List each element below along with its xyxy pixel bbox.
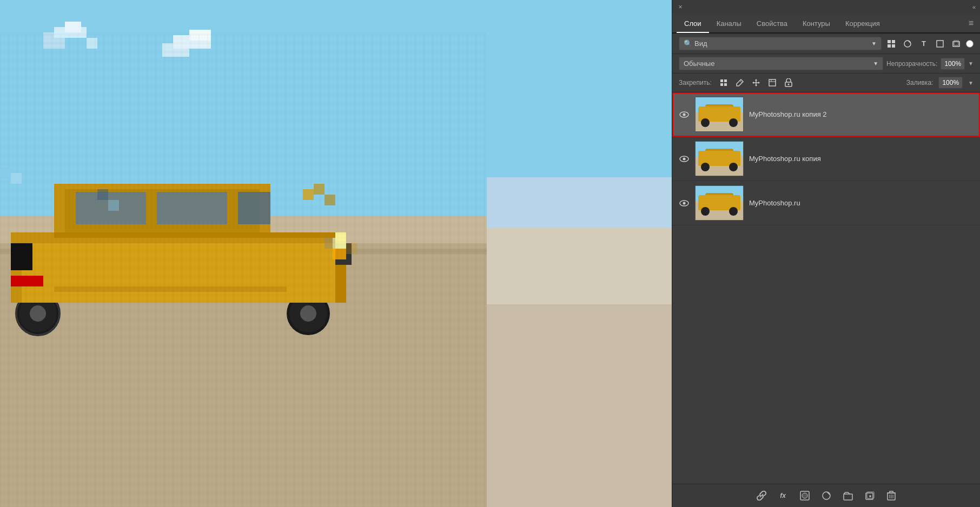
svg-rect-34 bbox=[0, 32, 487, 507]
view-dropdown[interactable]: 🔍 Вид ▼ bbox=[679, 37, 882, 50]
pixelated-car-image bbox=[0, 0, 487, 507]
canvas-area bbox=[0, 0, 672, 507]
blend-opacity-row: Обычные ▼ Непрозрачность: 100% ▼ bbox=[672, 54, 980, 74]
layer-item-copy2[interactable]: MyPhotoshop.ru копия 2 bbox=[672, 92, 980, 137]
layer-item-copy1[interactable]: MyPhotoshop.ru копия bbox=[672, 137, 980, 181]
svg-rect-39 bbox=[97, 189, 108, 200]
tab-properties[interactable]: Свойства bbox=[749, 15, 795, 32]
svg-rect-41 bbox=[0, 168, 11, 178]
layer-visibility-copy2[interactable] bbox=[679, 109, 690, 120]
layer-visibility-original[interactable] bbox=[679, 198, 690, 209]
svg-rect-44 bbox=[346, 243, 357, 254]
layer-visibility-copy1[interactable] bbox=[679, 154, 690, 164]
svg-point-64 bbox=[683, 113, 686, 116]
layer-name-copy2: MyPhotoshop.ru копия 2 bbox=[749, 110, 974, 118]
svg-line-57 bbox=[740, 81, 742, 83]
fill-dropdown-arrow[interactable]: ▼ bbox=[968, 80, 974, 86]
svg-rect-53 bbox=[720, 79, 723, 82]
svg-rect-38 bbox=[325, 195, 335, 205]
filter-smart-icon[interactable] bbox=[950, 37, 963, 50]
svg-point-66 bbox=[683, 157, 686, 160]
svg-rect-55 bbox=[720, 83, 723, 86]
layer-thumb-original bbox=[695, 185, 744, 221]
opacity-value[interactable]: 100% bbox=[941, 58, 965, 70]
svg-point-62 bbox=[787, 84, 789, 85]
blend-mode-dropdown[interactable]: Обычные ▼ bbox=[679, 57, 883, 70]
lock-icons-group bbox=[717, 76, 795, 89]
svg-rect-73 bbox=[844, 494, 852, 500]
lock-pixels-icon[interactable] bbox=[717, 76, 730, 89]
layers-panel: × « Слои Каналы Свойства Контуры Коррекц… bbox=[672, 0, 980, 507]
svg-rect-36 bbox=[303, 189, 314, 200]
link-layers-button[interactable] bbox=[756, 490, 767, 502]
new-group-button[interactable] bbox=[842, 490, 854, 502]
svg-point-68 bbox=[683, 202, 686, 204]
svg-rect-58 bbox=[769, 79, 776, 86]
svg-rect-54 bbox=[724, 79, 727, 82]
blend-mode-value: Обычные bbox=[684, 59, 714, 68]
lock-row: Закрепить: bbox=[672, 74, 980, 92]
panel-close-row: × « bbox=[672, 0, 980, 14]
svg-rect-45 bbox=[888, 40, 891, 43]
tabs-row: Слои Каналы Свойства Контуры Коррекция ≡ bbox=[672, 14, 980, 34]
blend-mode-arrow: ▼ bbox=[873, 61, 878, 66]
svg-point-71 bbox=[802, 493, 807, 498]
svg-rect-3 bbox=[65, 22, 81, 32]
panel-close-button[interactable]: × bbox=[677, 3, 684, 11]
filter-shape-icon[interactable] bbox=[933, 37, 946, 50]
add-mask-button[interactable] bbox=[799, 490, 811, 502]
tab-correction[interactable]: Коррекция bbox=[838, 15, 888, 32]
svg-rect-46 bbox=[892, 40, 895, 43]
tab-layers[interactable]: Слои bbox=[677, 15, 709, 33]
layer-name-original: MyPhotoshop.ru bbox=[749, 199, 974, 207]
layers-list: MyPhotoshop.ru копия 2 MyPhotoshop.ru ко… bbox=[672, 92, 980, 484]
new-layer-button[interactable] bbox=[864, 490, 876, 502]
fill-value[interactable]: 100% bbox=[938, 77, 963, 89]
panel-menu-icon[interactable]: ≡ bbox=[966, 14, 976, 32]
svg-rect-43 bbox=[325, 238, 335, 249]
svg-rect-50 bbox=[937, 41, 943, 47]
lock-artboard-icon[interactable] bbox=[766, 76, 779, 89]
view-label: Вид bbox=[694, 39, 707, 48]
panel-collapse-button[interactable]: « bbox=[972, 4, 976, 10]
opacity-label: Непрозрачность: bbox=[886, 60, 937, 68]
fill-label: Заливка: bbox=[906, 79, 933, 86]
layer-thumb-copy2 bbox=[695, 97, 744, 132]
layer-thumb-copy1 bbox=[695, 141, 744, 176]
bottom-toolbar: fx bbox=[672, 484, 980, 507]
layer-item-original[interactable]: MyPhotoshop.ru bbox=[672, 181, 980, 225]
svg-rect-47 bbox=[888, 44, 891, 48]
lock-label: Закрепить: bbox=[679, 79, 712, 86]
add-adjustment-button[interactable] bbox=[820, 490, 832, 502]
opacity-dropdown-arrow[interactable]: ▼ bbox=[968, 61, 974, 66]
filter-text-icon[interactable]: T bbox=[917, 37, 930, 50]
filter-pixel-icon[interactable] bbox=[885, 37, 898, 50]
lock-brush-icon[interactable] bbox=[733, 76, 746, 89]
svg-rect-37 bbox=[314, 184, 325, 195]
svg-rect-40 bbox=[108, 200, 119, 211]
view-toolbar-row: 🔍 Вид ▼ T bbox=[672, 34, 980, 54]
lock-all-icon[interactable] bbox=[782, 76, 795, 89]
svg-rect-48 bbox=[892, 44, 895, 48]
search-icon: 🔍 bbox=[684, 39, 692, 48]
view-dropdown-arrow: ▼ bbox=[871, 41, 877, 46]
fx-button[interactable]: fx bbox=[777, 490, 789, 502]
layer-kind-indicator bbox=[966, 40, 974, 48]
svg-rect-42 bbox=[11, 173, 22, 184]
delete-layer-button[interactable] bbox=[885, 490, 897, 502]
svg-rect-56 bbox=[724, 83, 727, 86]
lock-move-icon[interactable] bbox=[750, 76, 763, 89]
tab-channels[interactable]: Каналы bbox=[709, 15, 749, 32]
filter-adjust-icon[interactable] bbox=[901, 37, 914, 50]
layer-name-copy1: MyPhotoshop.ru копия bbox=[749, 155, 974, 163]
tab-paths[interactable]: Контуры bbox=[795, 15, 838, 32]
